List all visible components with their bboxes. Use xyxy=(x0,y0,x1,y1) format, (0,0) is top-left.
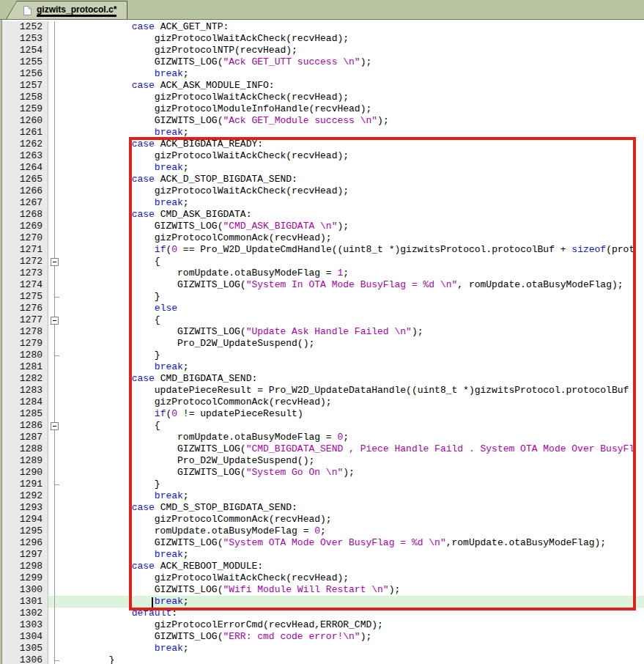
code-text[interactable]: romUpdate.otaBusyModeFlag = 0; xyxy=(63,525,644,537)
code-editor-window: gizwits_protocol.c* 1252 case ACK_GET_NT… xyxy=(0,0,644,664)
fold-margin xyxy=(48,420,63,432)
fold-margin xyxy=(48,608,63,619)
code-line: 1268 case CMD_ASK_BIGDATA: xyxy=(2,209,644,221)
fold-collapse-icon[interactable] xyxy=(51,317,59,325)
line-number: 1296 xyxy=(2,537,48,549)
code-text[interactable]: } xyxy=(63,350,644,361)
fold-margin xyxy=(48,268,63,279)
code-text[interactable]: GIZWITS_LOG("System Go On \n"); xyxy=(63,467,644,479)
fold-margin xyxy=(48,537,63,549)
fold-margin xyxy=(48,174,63,185)
code-text[interactable]: case ACK_BIGDATA_READY: xyxy=(63,139,644,150)
code-text[interactable]: default: xyxy=(63,608,644,619)
code-text[interactable]: romUpdate.otaBusyModeFlag = 0; xyxy=(63,432,644,443)
fold-margin xyxy=(48,502,63,514)
code-text[interactable]: break; xyxy=(63,162,644,174)
code-text[interactable]: case ACK_D_STOP_BIGDATA_SEND: xyxy=(63,174,644,185)
code-text[interactable]: updatePieceResult = Pro_W2D_UpdateDataHa… xyxy=(63,385,644,396)
code-text[interactable]: } xyxy=(63,654,644,664)
fold-margin xyxy=(48,443,63,455)
fold-margin xyxy=(48,244,63,256)
code-line: 1257 case ACK_ASK_MODULE_INFO: xyxy=(2,80,644,92)
code-text[interactable]: GIZWITS_LOG("System OTA Mode Over BusyFl… xyxy=(63,537,644,549)
code-text[interactable]: break; xyxy=(63,361,644,373)
code-line: 1265 case ACK_D_STOP_BIGDATA_SEND: xyxy=(2,174,644,185)
fold-collapse-icon[interactable] xyxy=(51,258,59,266)
fold-margin xyxy=(48,150,63,162)
line-number: 1252 xyxy=(2,21,48,33)
code-line: 1254 gizProtocolNTP(recvHead); xyxy=(2,45,644,56)
line-number: 1289 xyxy=(2,455,48,467)
code-text[interactable]: gizProtocolModuleInfoHandle(recvHead); xyxy=(63,103,644,115)
code-text[interactable]: break; xyxy=(63,549,644,561)
fold-margin xyxy=(48,314,63,326)
line-number: 1290 xyxy=(2,467,48,479)
code-text[interactable]: gizProtocolWaitAckCheck(recvHead); xyxy=(63,33,644,45)
fold-margin xyxy=(48,326,63,338)
code-text[interactable]: break; xyxy=(63,68,644,80)
fold-margin xyxy=(48,549,63,561)
code-text[interactable]: GIZWITS_LOG("Wifi Module Will Restart \n… xyxy=(63,584,644,596)
code-text[interactable]: gizProtocolCommonAck(recvHead); xyxy=(63,232,644,244)
code-text[interactable]: gizProtocolCommonAck(recvHead); xyxy=(63,396,644,408)
fold-margin xyxy=(48,103,63,115)
fold-margin xyxy=(48,396,63,408)
code-text[interactable]: case ACK_ASK_MODULE_INFO: xyxy=(63,80,644,92)
code-text[interactable]: } xyxy=(63,479,644,490)
code-text[interactable]: gizProtocolWaitAckCheck(recvHead); xyxy=(63,185,644,197)
code-line: 1270 gizProtocolCommonAck(recvHead); xyxy=(2,232,644,244)
line-number: 1262 xyxy=(2,139,48,150)
fold-margin xyxy=(48,197,63,209)
tab-gizwits-protocol[interactable]: gizwits_protocol.c* xyxy=(6,1,127,19)
code-text[interactable]: case ACK_REBOOT_MODULE: xyxy=(63,561,644,572)
line-number: 1283 xyxy=(2,385,48,396)
code-text[interactable]: GIZWITS_LOG("System In OTA Mode BusyFlag… xyxy=(63,279,644,291)
fold-margin xyxy=(48,385,63,396)
line-number: 1268 xyxy=(2,209,48,221)
code-text[interactable]: if(0 != updatePieceResult) xyxy=(63,408,644,420)
code-line: 1252 case ACK_GET_NTP: xyxy=(2,21,644,33)
code-text[interactable]: break; xyxy=(63,643,644,654)
code-text[interactable]: GIZWITS_LOG("ERR: cmd code error!\n"); xyxy=(63,631,644,643)
code-text[interactable]: Pro_D2W_UpdateSuspend(); xyxy=(63,455,644,467)
code-text[interactable]: break; xyxy=(63,197,644,209)
code-text[interactable]: gizProtocolNTP(recvHead); xyxy=(63,45,644,56)
code-text[interactable]: } xyxy=(63,291,644,303)
code-line: 1290 GIZWITS_LOG("System Go On \n"); xyxy=(2,467,644,479)
code-text[interactable]: GIZWITS_LOG("CMD_BIGDATA_SEND , Piece Ha… xyxy=(63,443,644,455)
code-text[interactable]: GIZWITS_LOG("Update Ask Handle Failed \n… xyxy=(63,326,644,338)
code-text[interactable]: { xyxy=(63,420,644,432)
code-text[interactable]: case CMD_ASK_BIGDATA: xyxy=(63,209,644,221)
code-text[interactable]: break; xyxy=(63,596,644,608)
code-text[interactable]: if(0 == Pro_W2D_UpdateCmdHandle((uint8_t… xyxy=(63,244,644,256)
code-text[interactable]: case CMD_BIGDATA_SEND: xyxy=(63,373,644,385)
code-text[interactable]: gizProtocolCommonAck(recvHead); xyxy=(63,514,644,525)
code-text[interactable]: case ACK_GET_NTP: xyxy=(63,21,644,33)
code-text[interactable]: else xyxy=(63,303,644,314)
code-line: 1294 gizProtocolCommonAck(recvHead); xyxy=(2,514,644,525)
code-line: 1284 gizProtocolCommonAck(recvHead); xyxy=(2,396,644,408)
code-text[interactable]: gizProtocolWaitAckCheck(recvHead); xyxy=(63,572,644,584)
code-text[interactable]: case CMD_S_STOP_BIGDATA_SEND: xyxy=(63,502,644,514)
code-line: 1255 GIZWITS_LOG("Ack GET_UTT success \n… xyxy=(2,56,644,68)
code-text[interactable]: GIZWITS_LOG("CMD_ASK_BIGDATA \n"); xyxy=(63,221,644,232)
code-text[interactable]: romUpdate.otaBusyModeFlag = 1; xyxy=(63,268,644,279)
line-number: 1278 xyxy=(2,326,48,338)
code-line: 1303 gizProtocolErrorCmd(recvHead,ERROR_… xyxy=(2,619,644,631)
fold-collapse-icon[interactable] xyxy=(51,422,59,430)
code-text[interactable]: GIZWITS_LOG("Ack GET_UTT success \n"); xyxy=(63,56,644,68)
code-text[interactable]: gizProtocolErrorCmd(recvHead,ERROR_CMD); xyxy=(63,619,644,631)
line-number: 1260 xyxy=(2,115,48,127)
code-text[interactable]: gizProtocolWaitAckCheck(recvHead); xyxy=(63,150,644,162)
code-text[interactable]: gizProtocolWaitAckCheck(recvHead); xyxy=(63,92,644,103)
code-text[interactable]: GIZWITS_LOG("Ack GET_Module success \n")… xyxy=(63,115,644,127)
code-text[interactable]: Pro_D2W_UpdateSuspend(); xyxy=(63,338,644,350)
code-text[interactable]: { xyxy=(63,256,644,268)
code-text[interactable]: break; xyxy=(63,127,644,139)
fold-margin xyxy=(48,350,63,361)
code-line: 1292 break; xyxy=(2,490,644,502)
tab-inner: gizwits_protocol.c* xyxy=(7,1,127,19)
editor-surface[interactable]: 1252 case ACK_GET_NTP:1253 gizProtocolWa… xyxy=(1,20,644,664)
code-text[interactable]: { xyxy=(63,314,644,326)
code-text[interactable]: break; xyxy=(63,490,644,502)
